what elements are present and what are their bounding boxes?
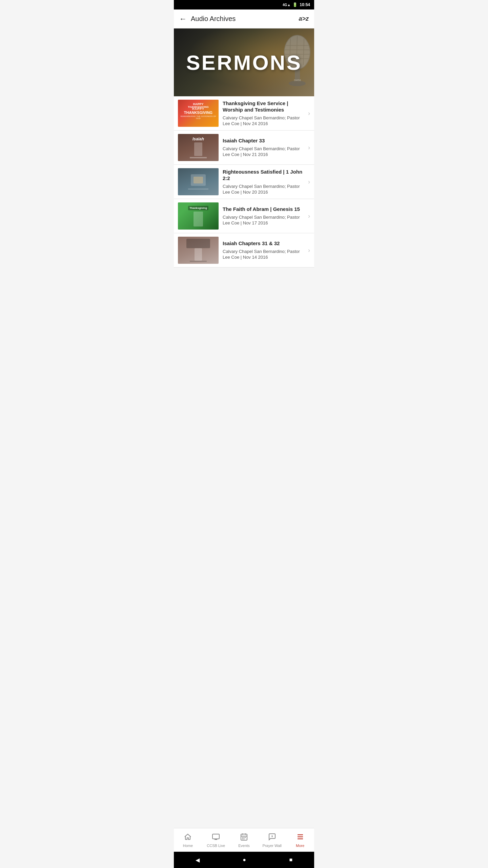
chevron-right-icon: › xyxy=(308,213,310,220)
sermon-info: The Faith of Abram | Genesis 15 Calvary … xyxy=(223,206,305,226)
chevron-right-icon: › xyxy=(308,144,310,151)
sermons-banner: SM58 SERMONS xyxy=(174,28,314,96)
sermon-meta: Calvary Chapel San Bernardino; Pastor Le… xyxy=(223,184,305,195)
sermon-meta: Calvary Chapel San Bernardino; Pastor Le… xyxy=(223,115,305,127)
sermon-meta: Calvary Chapel San Bernardino; Pastor Le… xyxy=(223,215,305,226)
sermon-title: Isaiah Chapter 33 xyxy=(223,137,305,144)
home-icon xyxy=(184,833,192,842)
prayer-wall-label: Prayer Wall xyxy=(263,844,282,848)
sermons-banner-text: SERMONS xyxy=(186,51,302,75)
events-label: Events xyxy=(238,844,250,848)
chevron-right-icon: › xyxy=(308,110,310,117)
sermon-info: Thanksgiving Eve Service | Worship and T… xyxy=(223,100,305,127)
nav-item-prayer-wall[interactable]: Prayer Wall xyxy=(258,828,286,852)
sermon-thumbnail xyxy=(178,168,219,195)
more-icon xyxy=(296,833,304,842)
sermon-item[interactable]: Thanksgiving The Faith of Abram | Genesi… xyxy=(174,199,314,233)
nav-item-events[interactable]: Events xyxy=(230,828,258,852)
prayer-wall-icon xyxy=(268,833,276,842)
back-button[interactable]: ← xyxy=(179,15,187,23)
sermon-item[interactable]: Isaiah Chapters 31 & 32 Calvary Chapel S… xyxy=(174,233,314,268)
sermon-thumbnail: HAPPY THANKSGIVING REMEMBERING THE GOODN… xyxy=(178,100,219,127)
sermon-info: Righteousness Satisfied | 1 John 2:2 Cal… xyxy=(223,169,305,195)
sermon-title: Isaiah Chapters 31 & 32 xyxy=(223,240,305,247)
sermon-thumbnail: Isaiah xyxy=(178,134,219,161)
sermon-meta: Calvary Chapel San Bernardino; Pastor Le… xyxy=(223,146,305,158)
sermon-title: The Faith of Abram | Genesis 15 xyxy=(223,206,305,213)
home-system-button[interactable]: ● xyxy=(243,857,246,863)
nav-item-ccsb-live[interactable]: CCSB Live xyxy=(202,828,230,852)
sermon-info: Isaiah Chapters 31 & 32 Calvary Chapel S… xyxy=(223,240,305,260)
sermon-item[interactable]: HAPPY THANKSGIVING REMEMBERING THE GOODN… xyxy=(174,96,314,131)
bottom-navigation: Home CCSB Live Events xyxy=(174,828,314,852)
signal-indicator: 4G▲ xyxy=(283,3,290,7)
svg-rect-11 xyxy=(212,834,219,839)
home-label: Home xyxy=(183,844,193,848)
system-nav-bar: ◀ ● ■ xyxy=(174,852,314,868)
ccsb-live-icon xyxy=(212,833,220,842)
time-display: 10:54 xyxy=(300,2,310,7)
chevron-right-icon: › xyxy=(308,247,310,254)
ccsb-live-label: CCSB Live xyxy=(207,844,225,848)
sermon-title: Righteousness Satisfied | 1 John 2:2 xyxy=(223,169,305,182)
sermon-item[interactable]: Isaiah Isaiah Chapter 33 Calvary Chapel … xyxy=(174,131,314,165)
nav-item-more[interactable]: More xyxy=(286,828,314,852)
battery-icon: 🔋 xyxy=(292,2,298,7)
sermon-thumbnail xyxy=(178,237,219,264)
events-icon xyxy=(240,833,248,842)
sort-az-button[interactable]: a>z xyxy=(299,15,309,22)
page-title: Audio Archives xyxy=(191,15,236,23)
status-bar: 4G▲ 🔋 10:54 xyxy=(174,0,314,9)
sermon-thumbnail: Thanksgiving xyxy=(178,202,219,230)
back-system-button[interactable]: ◀ xyxy=(196,857,200,863)
sermon-item[interactable]: Righteousness Satisfied | 1 John 2:2 Cal… xyxy=(174,165,314,199)
app-header: ← Audio Archives a>z xyxy=(174,9,314,28)
sermon-title: Thanksgiving Eve Service | Worship and T… xyxy=(223,100,305,113)
sermon-list: HAPPY THANKSGIVING REMEMBERING THE GOODN… xyxy=(174,96,314,268)
sermon-meta: Calvary Chapel San Bernardino; Pastor Le… xyxy=(223,249,305,260)
recent-system-button[interactable]: ■ xyxy=(289,857,293,863)
svg-text:SM58: SM58 xyxy=(294,79,301,82)
more-label: More xyxy=(296,844,304,848)
chevron-right-icon: › xyxy=(308,178,310,185)
sermon-info: Isaiah Chapter 33 Calvary Chapel San Ber… xyxy=(223,137,305,157)
nav-item-home[interactable]: Home xyxy=(174,828,202,852)
